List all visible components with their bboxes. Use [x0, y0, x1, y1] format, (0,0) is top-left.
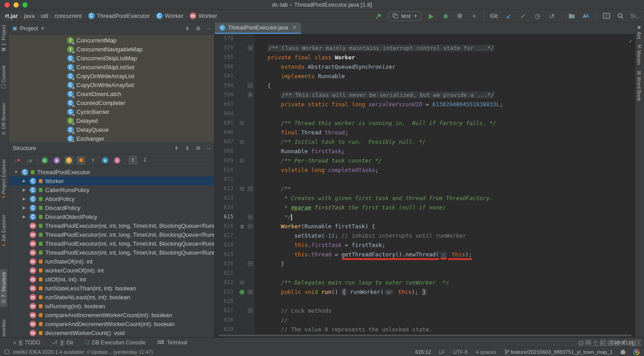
expand-arrow-icon[interactable]: ▶: [21, 197, 27, 201]
fold-collapse-icon[interactable]: −: [248, 214, 253, 219]
code-line[interactable]: 615− */: [215, 212, 635, 222]
code-line[interactable]: 614 * @param firstTask the first task (n…: [215, 203, 635, 212]
sidebar-tool-tab-maven[interactable]: MMaven: [636, 42, 643, 67]
git-branch-widget[interactable]: feature/20210603_9883751_yl_town_map_1: [504, 349, 613, 355]
structure-tree-item[interactable]: mThreadPoolExecutor(int, int, long, Time…: [9, 248, 214, 257]
sidebar-tool-tab-project-explorer[interactable]: ϟProject Explorer: [0, 156, 7, 201]
autoscroll-from-source-icon[interactable]: ↧: [140, 156, 149, 165]
code-line[interactable]: 608 Runnable firstTask;: [215, 147, 635, 156]
fold-expand-icon[interactable]: +: [248, 46, 253, 50]
javadoc-gutter-icon[interactable]: [240, 281, 244, 284]
chevron-down-icon[interactable]: ▼: [41, 26, 45, 31]
sort-by-visibility-icon[interactable]: ↓: [13, 156, 21, 165]
structure-tree-item[interactable]: mrunStateOf(int): int: [9, 257, 214, 266]
code-line[interactable]: 596 extends AbstractQueuedSynchronizer: [215, 62, 635, 71]
fold-expand-icon[interactable]: +: [248, 92, 253, 97]
code-line[interactable]: 629 // The value 0 represents the unlock…: [215, 325, 635, 334]
show-lambdas-icon[interactable]: λ: [113, 156, 122, 165]
code-line[interactable]: 605 /** Thread this worker is running in…: [215, 118, 635, 128]
expand-all-icon[interactable]: ⇞: [174, 145, 179, 151]
tool-window-button-git[interactable]: ⎇9: Git: [52, 339, 73, 346]
breadcrumb-item[interactable]: java: [23, 13, 36, 19]
project-tree-item[interactable]: CCountedCompleter: [9, 98, 214, 107]
code-line[interactable]: 617 setState(-1); // inhibit interrupts …: [215, 231, 635, 240]
breadcrumb-item[interactable]: util: [39, 13, 50, 19]
code-line[interactable]: 599+ /** This class will never be serial…: [215, 90, 635, 100]
project-tree-item[interactable]: CDelayQueue: [9, 125, 214, 134]
expand-arrow-icon[interactable]: ▶: [21, 214, 27, 219]
debug-button[interactable]: [441, 12, 450, 21]
structure-tree-item[interactable]: ▶CAbortPolicy: [9, 194, 214, 203]
highlighting-level-icon[interactable]: [621, 350, 625, 354]
show-inherited-icon[interactable]: c: [40, 156, 49, 165]
structure-tree-item[interactable]: ▶CDiscardPolicy: [9, 203, 214, 212]
horizontal-scrollbar[interactable]: [218, 335, 631, 336]
breadcrumb-item[interactable]: CThreadPoolExecutor: [87, 13, 152, 19]
translate-icon[interactable]: AA: [582, 12, 591, 21]
status-message[interactable]: IntelliJ IDEA 2020.1.4 available: // Upd…: [13, 349, 153, 355]
structure-tree-item[interactable]: mdecrementWorkerCount(): void: [9, 328, 214, 337]
file-encoding[interactable]: UTF-8: [453, 349, 468, 355]
tool-window-toggle-icon[interactable]: [4, 350, 9, 354]
google-g-icon[interactable]: [633, 349, 640, 355]
project-tree-item[interactable]: CCopyOnWriteArrayList: [9, 71, 214, 80]
code-line[interactable]: 628 //: [215, 315, 635, 325]
run-anything-icon[interactable]: [602, 12, 611, 21]
project-structure-icon[interactable]: [568, 12, 576, 21]
hide-panel-icon[interactable]: ─: [207, 145, 211, 151]
sidebar-tool-tab-commit[interactable]: ◯Commit: [0, 63, 7, 92]
breadcrumb-item[interactable]: concurrent: [53, 13, 83, 19]
run-with-coverage-button[interactable]: [455, 12, 464, 21]
structure-tree-item[interactable]: mrunStateLessThan(int, int): boolean: [9, 284, 214, 293]
overrides-gutter-icon[interactable]: ↑: [239, 289, 245, 295]
code-line[interactable]: 611: [215, 175, 635, 184]
structure-tree-item[interactable]: ▶CWorker: [9, 176, 214, 185]
code-line[interactable]: 595private final class Worker: [215, 53, 635, 62]
code-line[interactable]: 606 final Thread thread;: [215, 128, 635, 137]
fold-expand-icon[interactable]: +: [248, 289, 253, 294]
git-history-icon[interactable]: ◷: [533, 12, 542, 21]
structure-tree-item[interactable]: mcompareAndIncrementWorkerCount(int): bo…: [9, 310, 214, 319]
show-selected-icon[interactable]: o: [101, 156, 110, 165]
collapse-all-icon[interactable]: ⇟: [185, 145, 190, 151]
inspection-ok-icon[interactable]: ✓: [629, 38, 632, 44]
code-line[interactable]: 579+/** Class Worker mainly maintains in…: [215, 43, 635, 53]
project-tree-item[interactable]: IDelayed: [9, 116, 214, 125]
code-line[interactable]: 604: [215, 109, 635, 118]
hide-panel-icon[interactable]: ─: [207, 25, 211, 32]
stop-button[interactable]: ■: [470, 12, 479, 21]
breadcrumb-item[interactable]: rt.jar: [4, 13, 19, 19]
expand-arrow-icon[interactable]: ▶: [21, 179, 27, 183]
code-line[interactable]: 620− }: [215, 259, 635, 268]
code-line[interactable]: 598−{: [215, 81, 635, 90]
project-tree-item[interactable]: CCopyOnWriteArraySet: [9, 80, 214, 89]
structure-tree-item[interactable]: mctlOf(int, int): int: [9, 275, 214, 284]
collapse-all-icon[interactable]: ⇟: [185, 25, 190, 32]
code-line[interactable]: 619 this.thread = getThreadFactory().new…: [215, 250, 635, 259]
show-non-public-icon[interactable]: [76, 156, 85, 165]
run-configuration-select[interactable]: test ▼: [389, 11, 421, 21]
sidebar-tool-tab-word-book[interactable]: ▥Word Book: [636, 67, 643, 104]
fold-collapse-icon[interactable]: −: [248, 224, 253, 229]
code-line[interactable]: 622 /** Delegates main run loop to outer…: [215, 278, 635, 287]
run-button[interactable]: ▶: [427, 12, 436, 21]
show-properties-icon[interactable]: p: [52, 156, 61, 165]
code-line[interactable]: 618 this.firstTask = firstTask;: [215, 240, 635, 250]
structure-tree-item[interactable]: ▶CDiscardOldestPolicy: [9, 212, 214, 221]
structure-tree-item[interactable]: mThreadPoolExecutor(int, int, long, Time…: [9, 230, 214, 239]
sidebar-tool-tab-job-explorer[interactable]: ϟJob Explorer: [0, 212, 7, 249]
project-tree-item[interactable]: IConcurrentNavigableMap: [9, 45, 214, 54]
sidebar-tool-tab-db-browser[interactable]: ⛁DB Browser: [0, 100, 7, 138]
gear-icon[interactable]: ⚙: [196, 145, 201, 151]
structure-tree-item[interactable]: ▶CCallerRunsPolicy: [9, 185, 214, 194]
git-commit-button[interactable]: ✓: [519, 12, 528, 21]
project-tree-item[interactable]: CCountDownLatch: [9, 89, 214, 98]
code-line[interactable]: 612− /**: [215, 184, 635, 193]
tool-window-button-db-execution-console[interactable]: ❏DB Execution Console: [85, 339, 145, 346]
sidebar-tool-tab-7-structure[interactable]: ▤7: Structure: [0, 269, 7, 307]
project-tree-item[interactable]: CConcurrentSkipListMap: [9, 54, 214, 63]
code-line[interactable]: 613 * Creates with given first task and …: [215, 193, 635, 203]
javadoc-gutter-icon[interactable]: [240, 159, 244, 162]
fold-collapse-icon[interactable]: −: [248, 308, 253, 313]
javadoc-gutter-icon[interactable]: [240, 121, 244, 125]
